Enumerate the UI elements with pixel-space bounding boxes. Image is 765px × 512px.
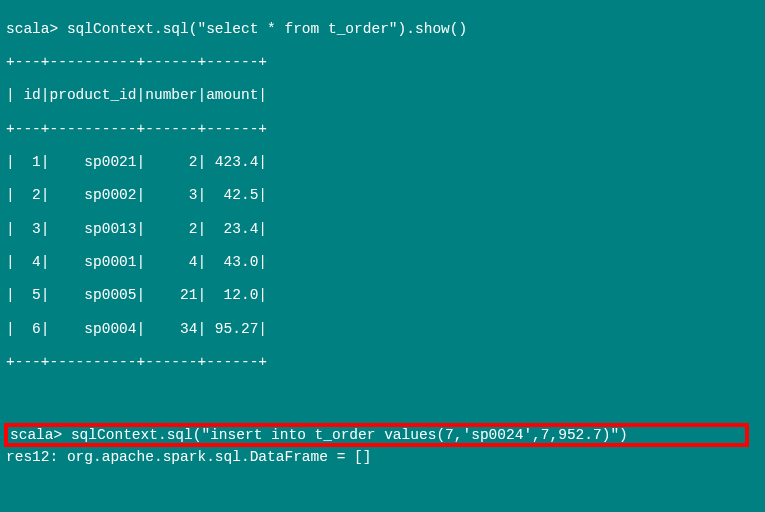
table-row: | 4| sp0001| 4| 43.0| [6,254,759,271]
table-row: | 1| sp0021| 2| 423.4| [6,154,759,171]
terminal-output: scala> sqlContext.sql("select * from t_o… [0,0,765,512]
table-row: | 2| sp0002| 3| 42.5| [6,187,759,204]
prompt-label: scala> [10,427,62,443]
table-row: | 6| sp0004| 34| 95.27| [6,321,759,338]
result-line: res12: org.apache.spark.sql.DataFrame = … [6,449,759,466]
prompt-line-2[interactable]: scala> sqlContext.sql("insert into t_ord… [10,427,628,443]
prompt-line-1[interactable]: scala> sqlContext.sql("select * from t_o… [6,21,759,38]
highlighted-command: scala> sqlContext.sql("insert into t_ord… [4,423,749,448]
command-text: sqlContext.sql("insert into t_order valu… [71,427,628,443]
table-sep: +---+----------+------+------+ [6,121,759,138]
prompt-label: scala> [6,21,58,37]
blank-line [6,387,759,404]
blank-line [6,483,759,500]
table-row: | 5| sp0005| 21| 12.0| [6,287,759,304]
table-sep: +---+----------+------+------+ [6,354,759,371]
table-sep: +---+----------+------+------+ [6,54,759,71]
command-text: sqlContext.sql("select * from t_order").… [67,21,467,37]
table-row: | 3| sp0013| 2| 23.4| [6,221,759,238]
table-header: | id|product_id|number|amount| [6,87,759,104]
